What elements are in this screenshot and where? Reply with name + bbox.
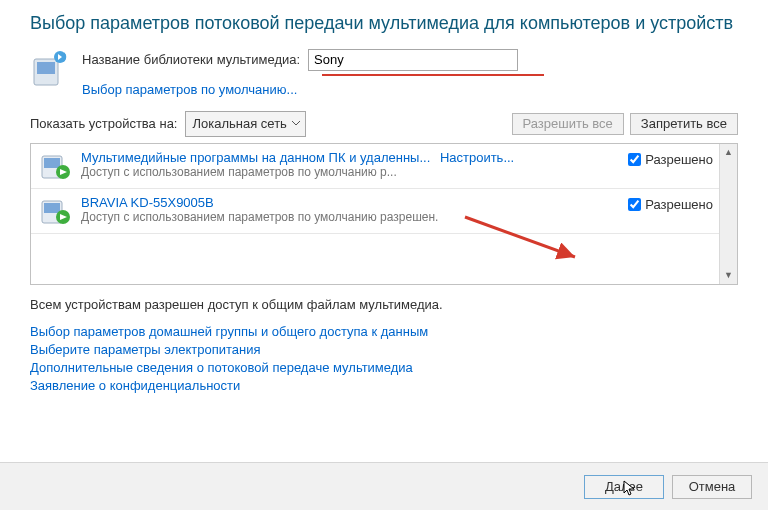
privacy-link[interactable]: Заявление о конфиденциальности [30, 378, 738, 393]
scroll-down-icon[interactable]: ▼ [720, 267, 737, 284]
power-options-link[interactable]: Выберите параметры электропитания [30, 342, 738, 357]
device-row[interactable]: Мультимедийные программы на данном ПК и … [31, 144, 737, 189]
device-allowed-checkbox[interactable] [628, 198, 641, 211]
device-name-link[interactable]: Мультимедийные программы на данном ПК и … [81, 150, 430, 165]
summary-text: Всем устройствам разрешен доступ к общим… [30, 297, 738, 312]
next-button[interactable]: Далее [584, 475, 664, 499]
device-sub-text: Доступ с использованием параметров по ум… [81, 165, 618, 179]
media-player-icon [39, 150, 71, 182]
more-info-link[interactable]: Дополнительные сведения о потоковой пере… [30, 360, 738, 375]
cancel-button[interactable]: Отмена [672, 475, 752, 499]
svg-rect-4 [44, 158, 60, 168]
devices-list: Мультимедийные программы на данном ПК и … [30, 143, 738, 285]
annotation-underline [322, 74, 544, 76]
svg-rect-1 [37, 62, 55, 74]
scrollbar[interactable]: ▲ ▼ [719, 144, 737, 284]
tv-device-icon [39, 195, 71, 227]
media-library-icon [30, 49, 70, 89]
device-allowed-toggle[interactable]: Разрешено [628, 150, 713, 167]
library-name-label: Название библиотеки мультимедиа: [82, 52, 300, 67]
device-sub-text: Доступ с использованием параметров по ум… [81, 210, 618, 224]
library-name-input[interactable] [308, 49, 518, 71]
device-name-link[interactable]: BRAVIA KD-55X9005B [81, 195, 214, 210]
svg-rect-7 [44, 203, 60, 213]
device-configure-link[interactable]: Настроить... [440, 150, 514, 165]
network-scope-value: Локальная сеть [192, 116, 286, 131]
network-scope-dropdown[interactable]: Локальная сеть [185, 111, 305, 137]
device-allowed-checkbox[interactable] [628, 153, 641, 166]
homegroup-link[interactable]: Выбор параметров домашней группы и общег… [30, 324, 738, 339]
block-all-button[interactable]: Запретить все [630, 113, 738, 135]
page-title: Выбор параметров потоковой передачи муль… [30, 12, 738, 35]
device-allowed-toggle[interactable]: Разрешено [628, 195, 713, 212]
chevron-down-icon [291, 116, 301, 131]
allow-all-button[interactable]: Разрешить все [512, 113, 624, 135]
scroll-up-icon[interactable]: ▲ [720, 144, 737, 161]
show-devices-label: Показать устройства на: [30, 116, 177, 131]
device-row[interactable]: BRAVIA KD-55X9005B Доступ с использовани… [31, 189, 737, 234]
dialog-footer: Далее Отмена [0, 462, 768, 510]
default-params-link[interactable]: Выбор параметров по умолчанию... [82, 82, 297, 97]
